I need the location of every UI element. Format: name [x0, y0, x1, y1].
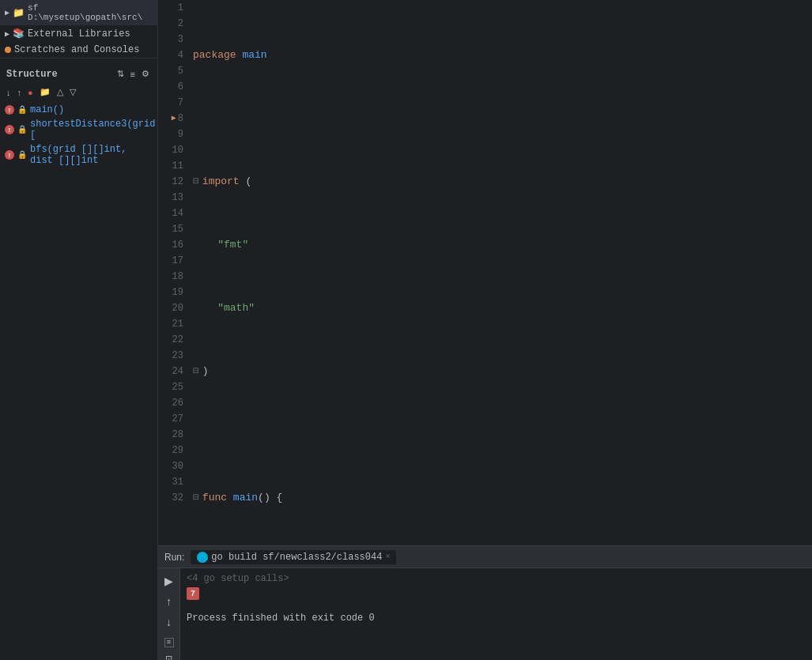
line-num-10: 10 — [158, 142, 183, 158]
line-numbers: 1 2 3 4 5 6 7 ▶8 9 10 11 12 13 14 15 16 … — [158, 0, 190, 545]
project-label: sf D:\mysetup\gopath\src\ — [28, 3, 153, 22]
error-indicator: ! — [5, 150, 14, 160]
orange-dot-icon — [5, 47, 11, 53]
run-label: Run: — [164, 552, 184, 563]
editor-area: 1 2 3 4 5 6 7 ▶8 9 10 11 12 13 14 15 16 … — [158, 0, 812, 660]
run-panel: Run: go build sf/newclass2/class044 × ▶ … — [158, 545, 812, 660]
line-num-20: 20 — [158, 300, 183, 316]
line-num-25: 25 — [158, 379, 183, 395]
code-line-7 — [193, 427, 812, 443]
line-num-17: 17 — [158, 253, 183, 269]
project-item[interactable]: ▶ 📁 sf D:\mysetup\gopath\src\ — [0, 0, 157, 25]
line-num-8: ▶8 — [158, 111, 183, 126]
structure-toolbar: ⇅ ≡ ⚙ — [115, 66, 151, 81]
folder-icon: 📁 — [13, 7, 25, 19]
struct-item-bfs-label: bfs(grid [][]int, dist [][]int — [30, 144, 153, 166]
code-container: 1 2 3 4 5 6 7 ▶8 9 10 11 12 13 14 15 16 … — [158, 0, 812, 545]
structure-panel: Structure ⇅ ≡ ⚙ ↓ ↑ ● 📁 △ ▽ ! 🔒 m — [0, 58, 157, 660]
line-num-13: 13 — [158, 190, 183, 206]
go-icon — [197, 552, 208, 563]
run-toolbar: Run: go build sf/newclass2/class044 × — [158, 546, 812, 568]
sidebar-item-scratches[interactable]: Scratches and Consoles — [0, 42, 157, 58]
code-line-8: ⊟func main() { — [193, 490, 812, 506]
line-num-7: 7 — [158, 95, 183, 111]
lock-icon: 🔒 — [17, 105, 27, 115]
line-num-28: 28 — [158, 427, 183, 443]
number-badge-7: 7 — [187, 587, 199, 600]
run-output-setup: <4 go setup calls> — [187, 571, 806, 586]
structure-header: Structure ⇅ ≡ ⚙ — [5, 63, 153, 85]
chevron-right-icon: ▶ — [5, 8, 9, 17]
line-num-14: 14 — [158, 206, 183, 221]
run-down-button[interactable]: ↓ — [164, 614, 173, 630]
structure-action-toolbar: ↓ ↑ ● 📁 △ ▽ — [5, 85, 153, 100]
code-line-2 — [193, 111, 812, 126]
struct-item-main[interactable]: ! 🔒 main() — [5, 103, 153, 117]
line-num-19: 19 — [158, 285, 183, 300]
run-tab[interactable]: go build sf/newclass2/class044 × — [191, 550, 396, 564]
structure-items: ! 🔒 main() ! 🔒 shortestDistance3(grid [ … — [5, 103, 153, 168]
lock-icon-bfs: 🔒 — [17, 150, 27, 160]
line-num-4: 4 — [158, 47, 183, 63]
line-num-16: 16 — [158, 237, 183, 253]
line-num-23: 23 — [158, 348, 183, 364]
run-tab-close-icon[interactable]: × — [385, 553, 390, 561]
struct-item-shortest[interactable]: ! 🔒 shortestDistance3(grid [ — [5, 117, 153, 142]
struct-item-bfs[interactable]: ! 🔒 bfs(grid [][]int, dist [][]int — [5, 142, 153, 168]
line-num-27: 27 — [158, 411, 183, 427]
line-num-30: 30 — [158, 458, 183, 474]
line-num-18: 18 — [158, 269, 183, 285]
code-line-5: "math" — [193, 300, 812, 316]
gear-button[interactable]: ⚙ — [140, 68, 151, 80]
run-tab-label: go build sf/newclass2/class044 — [211, 552, 382, 563]
line-num-12: 12 — [158, 174, 183, 190]
line-num-22: 22 — [158, 332, 183, 348]
struct-item-shortest-label: shortestDistance3(grid [ — [30, 119, 155, 141]
line-num-5: 5 — [158, 63, 183, 79]
move-down-button[interactable]: ▽ — [68, 86, 77, 98]
line-num-26: 26 — [158, 395, 183, 411]
run-output: <4 go setup calls> 7 Process finished wi… — [180, 568, 812, 660]
run-up-button[interactable]: ↑ — [164, 594, 173, 609]
line-num-15: 15 — [158, 221, 183, 237]
structure-title: Structure — [6, 69, 58, 80]
line-num-32: 32 — [158, 490, 183, 506]
line-num-6: 6 — [158, 79, 183, 95]
line-num-11: 11 — [158, 158, 183, 174]
clear-button[interactable]: ⊡ — [164, 652, 174, 660]
collapse-button[interactable]: ↑ — [16, 86, 24, 98]
line-num-29: 29 — [158, 443, 183, 458]
sidebar-item-external-libraries[interactable]: ▶ 📚 External Libraries — [0, 25, 157, 42]
sort-alpha-button[interactable]: ⇅ — [115, 68, 126, 80]
line-num-3: 3 — [158, 32, 183, 47]
code-line-4: "fmt" — [193, 237, 812, 253]
move-up-button[interactable]: △ — [55, 86, 65, 98]
lock-icon: 🔒 — [17, 125, 27, 134]
line-num-31: 31 — [158, 474, 183, 490]
sidebar: ▶ 📁 sf D:\mysetup\gopath\src\ ▶ 📚 Extern… — [0, 0, 158, 660]
code-line-6: ⊟) — [193, 364, 812, 379]
code-line-3: ⊟import ( — [193, 174, 812, 190]
line-num-2: 2 — [158, 16, 183, 32]
run-output-number-row: 7 — [187, 587, 806, 600]
scratches-label: Scratches and Consoles — [14, 44, 139, 55]
sort-type-button[interactable]: ≡ — [129, 68, 137, 80]
struct-item-main-label: main() — [30, 104, 64, 115]
run-play-button[interactable]: ▶ — [163, 573, 175, 589]
external-libraries-label: External Libraries — [28, 28, 130, 40]
library-icon: 📚 — [13, 28, 25, 40]
line-num-21: 21 — [158, 316, 183, 332]
folder-button[interactable]: 📁 — [38, 86, 52, 98]
run-content-area: ▶ ↑ ↓ ≡ ⊡ 📌 <4 go setup calls> 7 — [158, 568, 812, 660]
line-num-1: 1 — [158, 0, 183, 16]
code-line-1: package main — [193, 47, 812, 63]
line-num-24: 24 — [158, 364, 183, 379]
wrap-button[interactable]: ≡ — [164, 638, 174, 647]
code-editor[interactable]: package main ⊟import ( "fmt" "math" — [190, 0, 812, 545]
run-left-toolbar: ▶ ↑ ↓ ≡ ⊡ 📌 — [158, 568, 180, 660]
expand-button[interactable]: ↓ — [5, 86, 13, 98]
line-num-9: 9 — [158, 126, 183, 142]
error-indicator: ! — [5, 105, 14, 115]
chevron-right-icon: ▶ — [5, 29, 9, 39]
filter-button[interactable]: ● — [26, 86, 35, 98]
